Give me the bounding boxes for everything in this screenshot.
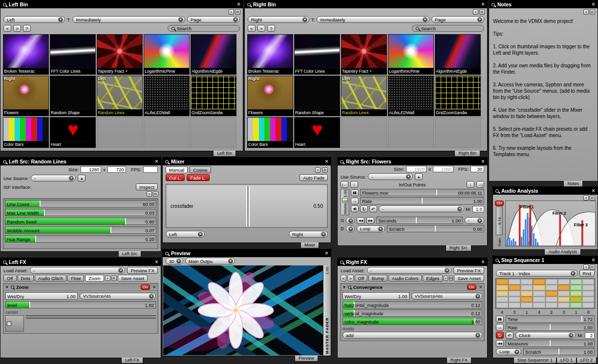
seconds-slider[interactable]: Seconds1.00: [376, 217, 463, 224]
clip-tapestry-fractal[interactable]: Tapestry Fract +: [97, 34, 143, 75]
step-cell[interactable]: [558, 279, 570, 284]
close-icon[interactable]: ×: [592, 188, 595, 194]
step-cell[interactable]: [558, 297, 570, 302]
layer-select[interactable]: Right: [248, 16, 309, 23]
fx-on-button[interactable]: On: [467, 284, 476, 290]
plus-button[interactable]: +: [583, 195, 589, 201]
preview-fps-select[interactable]: 30: [166, 258, 183, 264]
speaker-icon[interactable]: ◀): [351, 205, 359, 212]
clock-icon[interactable]: ↻: [496, 332, 504, 339]
heart-icon[interactable]: [50, 117, 96, 142]
clip-flowers[interactable]: RightFlowers: [247, 76, 293, 116]
loop-mode-select[interactable]: Loop: [357, 225, 385, 232]
fx-tab-audio-colors[interactable]: Audio Colors: [388, 275, 422, 282]
layer-select[interactable]: Left: [3, 16, 65, 23]
plus-button[interactable]: +: [147, 191, 152, 197]
clip-logarithmic-pinwheel[interactable]: LogarithmicPinw: [144, 34, 190, 75]
clip-thumbnail[interactable]: [3, 117, 49, 142]
clip-alife-led-wall[interactable]: ALifeLEDWall: [144, 76, 190, 116]
set-in-button[interactable]: ↓: [350, 181, 358, 188]
left-fx-titlebar[interactable]: Left FX ×: [0, 258, 161, 266]
step-cell[interactable]: [570, 291, 582, 296]
step-cell[interactable]: [558, 303, 570, 308]
fade-left-button[interactable]: Fade L.: [187, 174, 209, 181]
fx-tab-bump[interactable]: Bump: [368, 275, 387, 282]
disclosure-triangle-icon[interactable]: ▼: [5, 285, 9, 289]
save-asset-button[interactable]: Save Asset: [454, 275, 484, 282]
clip-logarithmic-pinwheel[interactable]: LogarithmicPinw: [388, 34, 434, 75]
width-field[interactable]: 1280: [81, 166, 101, 173]
clip-thumbnail[interactable]: [50, 76, 96, 110]
rate-slider[interactable]: Rate1.00: [506, 324, 595, 331]
notes-text[interactable]: Welcome to the VDMX demo project! Tips: …: [489, 15, 598, 161]
r-button[interactable]: R: [590, 9, 595, 15]
wet-dry-source-select[interactable]: VVSourceAto: [411, 293, 483, 300]
step-cell[interactable]: [521, 297, 533, 302]
fx-tab-off[interactable]: Off: [355, 275, 368, 282]
step-value[interactable]: 1: [521, 310, 533, 315]
trigger-select[interactable]: Immediately: [72, 16, 185, 23]
clip-thumbnail[interactable]: [435, 76, 481, 110]
empty-clip-slot[interactable]: [144, 117, 190, 148]
clip-heart[interactable]: Heart: [50, 117, 96, 148]
save-asset-button[interactable]: Save Asset: [118, 275, 148, 282]
step-cell[interactable]: [521, 291, 533, 296]
track-select[interactable]: Track 1 - Index: [496, 270, 577, 277]
step-cell[interactable]: [509, 297, 520, 302]
step-value[interactable]: 4: [533, 310, 545, 315]
set-out-button[interactable]: ↓: [467, 181, 474, 188]
preview-fx-button[interactable]: Preview FX: [453, 267, 484, 274]
panel-tab[interactable]: Mixer: [300, 243, 319, 248]
pause-button[interactable]: ▮▮: [496, 316, 504, 323]
preview-output-select[interactable]: Main Outpu: [185, 258, 235, 264]
help-button[interactable]: ?: [23, 25, 31, 32]
clip-thumbnail[interactable]: [3, 34, 49, 68]
gain-slider[interactable]: 6.74: [496, 206, 503, 235]
use-source-select[interactable]: -: [31, 175, 76, 182]
clip-algorithm-at-edge[interactable]: AlgorithmAtEgde: [435, 34, 481, 75]
sync-select[interactable]: -: [379, 205, 464, 212]
step-cell[interactable]: [533, 285, 545, 290]
clip-thumbnail[interactable]: [144, 34, 190, 68]
randomize-button[interactable]: Rnd: [579, 270, 595, 277]
filter-2-label[interactable]: Filter 2: [553, 211, 566, 216]
step-sequencer-titlebar[interactable]: Step Sequencer 1 ×: [493, 256, 598, 264]
mode-select[interactable]: add: [342, 332, 482, 339]
step-cell[interactable]: [558, 291, 570, 296]
wet-dry-slider[interactable]: Wet/Dry1.00: [342, 292, 409, 300]
param-slider-random-seed[interactable]: Random Seed0.80: [5, 218, 156, 225]
page-select[interactable]: Page: [431, 16, 484, 23]
step-cell[interactable]: [533, 291, 545, 296]
clip-flowers[interactable]: RightFlowers: [3, 76, 49, 116]
clip-random-shape[interactable]: Random Shape: [50, 76, 96, 116]
loop-mode-select[interactable]: Loop: [496, 348, 521, 355]
clip-tapestry-fractal[interactable]: Tapestry Fract +: [341, 34, 387, 75]
width-field[interactable]: 1920: [406, 166, 427, 172]
close-icon[interactable]: ×: [325, 250, 328, 256]
vertical-magnitude-slider[interactable]: vertical_magnitude0.12: [342, 309, 482, 317]
volume-thumb[interactable]: [342, 199, 347, 200]
clip-random-lines[interactable]: LeftRandom Lines: [341, 76, 387, 116]
close-icon[interactable]: ×: [155, 259, 158, 265]
panel-tab-lfo-2[interactable]: LFO 2: [577, 358, 597, 364]
plus-button[interactable]: +: [583, 264, 589, 270]
left-bin-titlebar[interactable]: Left Bin ×: [0, 0, 243, 8]
step-cell[interactable]: [509, 303, 520, 308]
clip-thumbnail[interactable]: [247, 117, 293, 142]
left-src-titlebar[interactable]: Left Src: Random Lines ×: [0, 158, 161, 165]
clip-random-shape[interactable]: Random Shape: [294, 76, 340, 116]
heart-icon[interactable]: [294, 117, 340, 142]
close-icon[interactable]: ×: [237, 1, 240, 7]
volume-track[interactable]: [342, 198, 348, 202]
audio-spectrum-display[interactable]: Filter 1 Filter 2 Filter 3: [505, 201, 596, 246]
clip-grid-zoom-sandwich[interactable]: GridZoomSandw: [435, 76, 481, 116]
empty-clip-slot[interactable]: [97, 117, 143, 148]
scratch-slider[interactable]: Scratch1.00: [523, 348, 595, 355]
panel-tab[interactable]: Preview: [295, 356, 318, 362]
level-slider[interactable]: level1.82: [5, 301, 156, 308]
measure-value[interactable]: 2: [585, 332, 595, 339]
step-cell[interactable]: [570, 303, 582, 308]
empty-clip-slot[interactable]: [435, 117, 481, 148]
step-value[interactable]: 1: [570, 310, 582, 315]
step-value[interactable]: 2: [545, 310, 557, 315]
